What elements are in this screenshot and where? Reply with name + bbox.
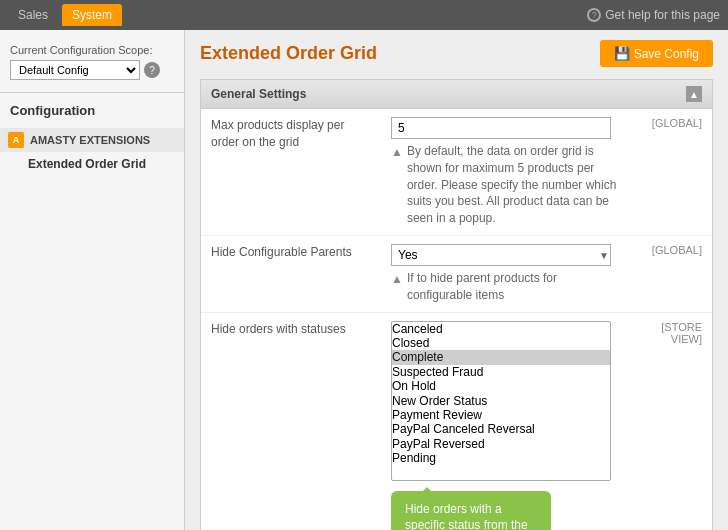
amasty-icon: A [8, 132, 24, 148]
nav-system[interactable]: System [62, 4, 122, 26]
hide-orders-scope: [STORE VIEW] [632, 312, 712, 530]
sidebar-amasty-section: A AMASTY EXTENSIONS Extended Order Grid [0, 124, 184, 180]
max-products-row: Max products display per order on the gr… [201, 109, 712, 235]
max-products-scope: [GLOBAL] [632, 109, 712, 235]
help-link[interactable]: ? Get help for this page [587, 8, 720, 22]
status-payment-review[interactable]: Payment Review [392, 408, 610, 422]
sidebar-config-heading: Configuration [0, 97, 184, 124]
status-canceled[interactable]: Canceled [392, 322, 610, 336]
nav-sales[interactable]: Sales [8, 4, 58, 26]
hide-orders-listbox[interactable]: Canceled Closed Complete Suspected Fraud… [391, 321, 611, 481]
page-title: Extended Order Grid [200, 43, 377, 64]
hint-icon2: ▲ [391, 271, 403, 288]
sidebar-section-label: AMASTY EXTENSIONS [30, 134, 150, 146]
main-layout: Current Configuration Scope: Default Con… [0, 30, 728, 530]
save-config-label: Save Config [634, 47, 699, 61]
page-header: Extended Order Grid 💾 Save Config [200, 40, 713, 67]
top-navigation: Sales System ? Get help for this page [0, 0, 728, 30]
tooltip-bubble: Hide orders with a specific status from … [391, 491, 551, 530]
save-config-button[interactable]: 💾 Save Config [600, 40, 713, 67]
sidebar: Current Configuration Scope: Default Con… [0, 30, 185, 530]
settings-table: Max products display per order on the gr… [201, 109, 712, 530]
section-title: General Settings [211, 87, 306, 101]
hide-configurable-hint-text: If to hide parent products for configura… [407, 270, 622, 304]
max-products-input[interactable] [391, 117, 611, 139]
hide-configurable-select-wrap: Yes No ▼ [391, 244, 611, 266]
help-label: Get help for this page [605, 8, 720, 22]
scope-select[interactable]: Default Config [10, 60, 140, 80]
save-icon: 💾 [614, 46, 630, 61]
hide-orders-row: Hide orders with statuses Canceled Close… [201, 312, 712, 530]
status-paypal-canceled[interactable]: PayPal Canceled Reversal [392, 422, 610, 436]
listbox-wrap: Canceled Closed Complete Suspected Fraud… [391, 321, 611, 481]
status-paypal-reversed[interactable]: PayPal Reversed [392, 437, 610, 451]
general-settings-section: General Settings ▲ Max products display … [200, 79, 713, 530]
status-on-hold[interactable]: On Hold [392, 379, 610, 393]
max-products-label: Max products display per order on the gr… [201, 109, 381, 235]
status-new-order[interactable]: New Order Status [392, 394, 610, 408]
scope-select-wrap: Default Config ? [0, 58, 184, 88]
section-toggle[interactable]: ▲ [686, 86, 702, 102]
help-circle-icon: ? [587, 8, 601, 22]
hide-orders-label: Hide orders with statuses [201, 312, 381, 530]
status-closed[interactable]: Closed [392, 336, 610, 350]
scope-label: Current Configuration Scope: [0, 40, 184, 58]
section-header: General Settings ▲ [201, 80, 712, 109]
hide-configurable-scope: [GLOBAL] [632, 235, 712, 312]
hide-configurable-hint: ▲ If to hide parent products for configu… [391, 270, 622, 304]
status-suspected-fraud[interactable]: Suspected Fraud [392, 365, 610, 379]
sidebar-item-extended-order-grid[interactable]: Extended Order Grid [0, 152, 184, 176]
content-area: Extended Order Grid 💾 Save Config Genera… [185, 30, 728, 530]
hide-configurable-select[interactable]: Yes No [391, 244, 611, 266]
status-pending[interactable]: Pending [392, 451, 610, 465]
hint-text-content: By default, the data on order grid is sh… [407, 143, 622, 227]
max-products-field: ▲ By default, the data on order grid is … [381, 109, 632, 235]
hide-configurable-field: Yes No ▼ ▲ If to hide parent products fo… [381, 235, 632, 312]
hint-icon: ▲ [391, 144, 403, 161]
hide-orders-field: Canceled Closed Complete Suspected Fraud… [381, 312, 632, 530]
sidebar-section-header[interactable]: A AMASTY EXTENSIONS [0, 128, 184, 152]
sidebar-divider [0, 92, 184, 93]
status-complete[interactable]: Complete [392, 350, 610, 364]
hide-configurable-label: Hide Configurable Parents [201, 235, 381, 312]
hide-configurable-row: Hide Configurable Parents Yes No ▼ ▲ If … [201, 235, 712, 312]
scope-info-icon[interactable]: ? [144, 62, 160, 78]
max-products-hint: ▲ By default, the data on order grid is … [391, 143, 622, 227]
